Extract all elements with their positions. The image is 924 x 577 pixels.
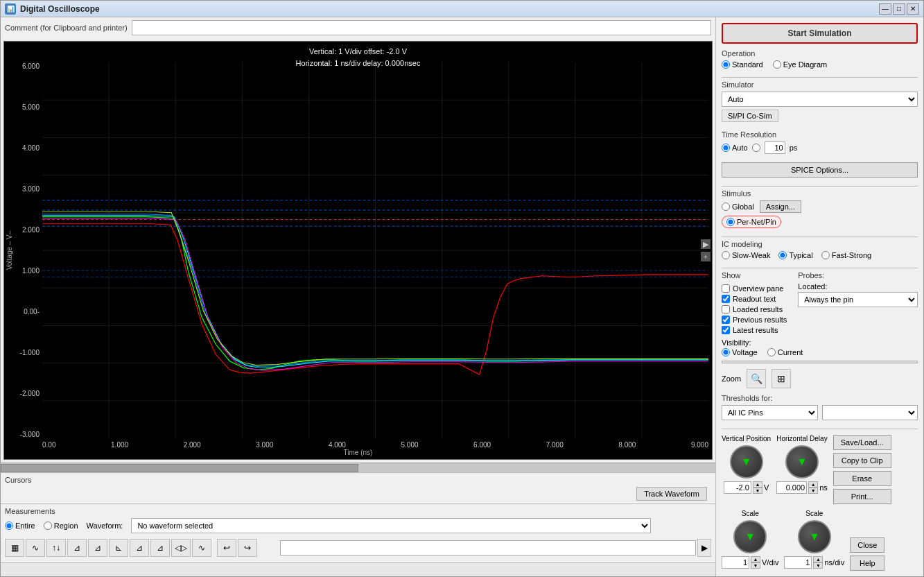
erase-button[interactable]: Erase [833, 471, 891, 486]
slow-weak-input[interactable] [722, 251, 730, 259]
toolbar-btn-5[interactable]: ⊿ [88, 539, 107, 557]
region-radio-input[interactable] [44, 522, 52, 530]
previous-results-checkbox[interactable] [722, 316, 730, 324]
toolbar-btn-redo[interactable]: ↪ [238, 539, 257, 557]
threshold-select-2[interactable] [822, 405, 918, 420]
waveform-select[interactable]: No waveform selected [131, 518, 651, 533]
print-button[interactable]: Print... [833, 489, 891, 504]
horiz-scale-up[interactable]: ▲ [813, 556, 823, 562]
help-button[interactable]: Help [850, 556, 884, 571]
spice-options-button[interactable]: SPICE Options... [722, 162, 918, 178]
toolbar-btn-4[interactable]: ⊿ [67, 539, 87, 557]
vert-pos-input[interactable] [724, 481, 751, 494]
voltage-radio[interactable]: Voltage [722, 348, 758, 356]
slow-weak-radio[interactable]: Slow-Weak [722, 251, 770, 259]
threshold-select-1[interactable]: All IC Pins [722, 405, 818, 420]
vert-scale-input[interactable] [722, 556, 749, 569]
horiz-scale-knob[interactable]: ▼ [798, 520, 831, 553]
manual-time-res-radio[interactable] [752, 144, 760, 152]
toolbar-btn-7[interactable]: ⊿ [130, 539, 149, 557]
horiz-delay-down[interactable]: ▼ [808, 488, 818, 494]
simulator-select[interactable]: Auto [722, 92, 918, 107]
entire-radio[interactable]: Entire [5, 522, 35, 530]
global-radio[interactable]: Global [722, 203, 754, 211]
scroll-down-btn[interactable]: + [701, 252, 711, 261]
measurements-row: Entire Region Waveform: No waveform sele… [5, 518, 711, 533]
auto-time-res-input[interactable] [722, 144, 730, 152]
fast-strong-input[interactable] [821, 251, 830, 259]
start-simulation-button[interactable]: Start Simulation [722, 23, 918, 44]
loaded-results-check[interactable]: Loaded results [722, 305, 787, 313]
vert-scale-up[interactable]: ▲ [751, 556, 760, 562]
current-radio[interactable]: Current [767, 348, 803, 356]
maximize-button[interactable]: □ [893, 3, 905, 15]
track-waveform-button[interactable]: Track Waveform [636, 487, 707, 501]
toolbar-btn-6[interactable]: ⊾ [109, 539, 128, 557]
overview-pane-checkbox[interactable] [722, 284, 730, 293]
toolbar-btn-2[interactable]: ∿ [26, 539, 45, 557]
toolbar-btn-undo[interactable]: ↩ [217, 539, 236, 557]
per-net-pin-input[interactable] [726, 218, 735, 226]
toolbar-btn-3[interactable]: ↑↓ [46, 539, 66, 557]
typical-radio[interactable]: Typical [778, 251, 812, 259]
standard-radio-input[interactable] [722, 60, 730, 69]
vert-pos-down[interactable]: ▼ [753, 488, 762, 494]
located-select[interactable]: Always the pin At source At load [798, 292, 918, 307]
voltage-radio-input[interactable] [722, 348, 730, 356]
comment-bar: Comment (for Clipboard and printer) [1, 17, 715, 38]
close-button[interactable]: ✕ [907, 3, 919, 15]
horiz-delay-input[interactable] [776, 481, 807, 494]
overview-pane-check[interactable]: Overview pane [722, 284, 787, 293]
per-net-pin-radio[interactable]: Per-Net/Pin [722, 216, 781, 228]
toolbar-btn-8[interactable]: ⊿ [150, 539, 170, 557]
horiz-scale-down[interactable]: ▼ [813, 562, 823, 569]
minimize-button[interactable]: — [879, 3, 891, 15]
co-sim-button[interactable]: SI/PI Co-Sim [722, 110, 778, 122]
horiz-scale-input[interactable] [784, 556, 812, 569]
readout-text-checkbox[interactable] [722, 295, 730, 303]
copy-to-clip-button[interactable]: Copy to Clip [833, 453, 891, 468]
time-res-value[interactable] [765, 141, 785, 154]
eye-diagram-radio[interactable]: Eye Diagram [773, 60, 828, 69]
visibility-radio-row: Voltage Current [722, 348, 918, 356]
vert-scale-knob[interactable]: ▼ [733, 520, 767, 553]
horiz-delay-up[interactable]: ▲ [808, 481, 818, 488]
zoom-fit-button[interactable]: ⊞ [772, 369, 791, 388]
vert-pos-knob[interactable]: ▼ [730, 445, 763, 479]
h-scrollbar-thumb[interactable] [1, 464, 358, 472]
divider-1 [722, 77, 918, 78]
scroll-right-btn[interactable]: ▶ [701, 239, 711, 249]
toolbar-btn-10[interactable]: ∿ [192, 539, 211, 557]
toolbar-btn-1[interactable]: ▦ [5, 539, 24, 557]
latest-results-check[interactable]: Latest results [722, 326, 787, 334]
manual-time-res-input[interactable] [752, 144, 760, 152]
assign-button[interactable]: Assign... [760, 200, 801, 213]
current-radio-input[interactable] [767, 348, 776, 356]
typical-input[interactable] [778, 251, 787, 259]
toolbar-btn-9[interactable]: ◁▷ [171, 539, 191, 557]
h-scrollbar[interactable] [1, 463, 715, 472]
app-icon: 📊 [5, 3, 16, 15]
standard-radio[interactable]: Standard [722, 60, 763, 69]
zoom-magnify-button[interactable]: 🔍 [747, 369, 766, 388]
region-radio[interactable]: Region [44, 522, 78, 530]
previous-results-check[interactable]: Previous results [722, 316, 787, 324]
entire-radio-input[interactable] [5, 522, 13, 530]
vert-scale-down[interactable]: ▼ [751, 562, 760, 569]
close-button[interactable]: Close [850, 537, 884, 553]
comment-input[interactable] [132, 20, 711, 35]
vert-pos-up[interactable]: ▲ [753, 481, 762, 488]
measurements-scroll-btn[interactable]: ▶ [697, 539, 711, 557]
global-radio-input[interactable] [722, 203, 730, 211]
eye-diagram-radio-input[interactable] [773, 60, 781, 69]
loaded-results-checkbox[interactable] [722, 305, 730, 313]
save-load-button[interactable]: Save/Load... [833, 435, 891, 450]
readout-text-check[interactable]: Readout text [722, 295, 787, 303]
horiz-delay-knob[interactable]: ▼ [785, 445, 819, 479]
measurements-result-input[interactable] [280, 540, 696, 556]
vert-scale-value-row: ▲ ▼ V/div [722, 556, 778, 569]
latest-results-checkbox[interactable] [722, 326, 730, 334]
right-panel: Start Simulation Operation Standard Eye … [715, 17, 923, 576]
fast-strong-radio[interactable]: Fast-Strong [821, 251, 871, 259]
auto-time-res-radio[interactable]: Auto [722, 144, 748, 152]
